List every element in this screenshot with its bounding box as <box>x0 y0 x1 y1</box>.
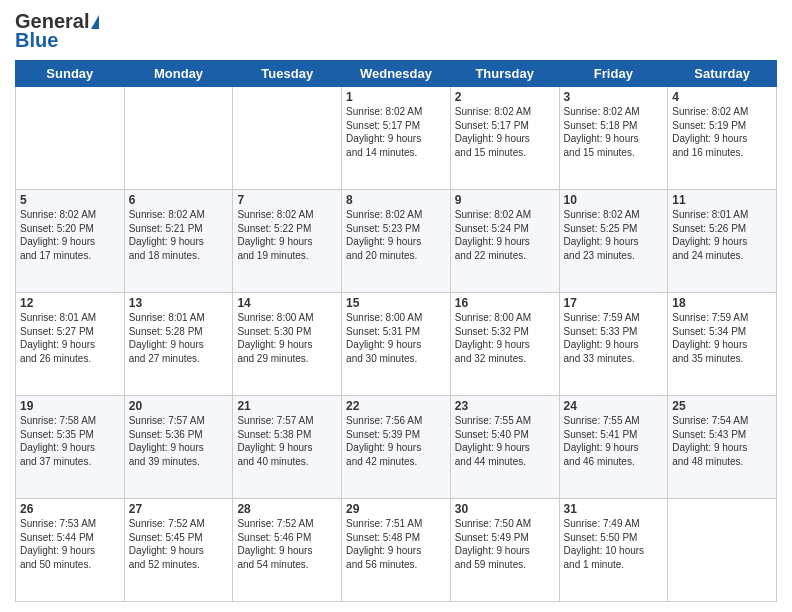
calendar-cell: 11Sunrise: 8:01 AM Sunset: 5:26 PM Dayli… <box>668 190 777 293</box>
day-info: Sunrise: 8:02 AM Sunset: 5:24 PM Dayligh… <box>455 208 555 262</box>
day-header-saturday: Saturday <box>668 61 777 87</box>
day-number: 9 <box>455 193 555 207</box>
calendar-week-3: 12Sunrise: 8:01 AM Sunset: 5:27 PM Dayli… <box>16 293 777 396</box>
calendar-cell <box>233 87 342 190</box>
day-info: Sunrise: 8:02 AM Sunset: 5:18 PM Dayligh… <box>564 105 664 159</box>
calendar-week-5: 26Sunrise: 7:53 AM Sunset: 5:44 PM Dayli… <box>16 499 777 602</box>
day-number: 2 <box>455 90 555 104</box>
day-number: 31 <box>564 502 664 516</box>
calendar-cell: 12Sunrise: 8:01 AM Sunset: 5:27 PM Dayli… <box>16 293 125 396</box>
day-number: 3 <box>564 90 664 104</box>
day-number: 14 <box>237 296 337 310</box>
calendar-cell: 19Sunrise: 7:58 AM Sunset: 5:35 PM Dayli… <box>16 396 125 499</box>
calendar-cell: 16Sunrise: 8:00 AM Sunset: 5:32 PM Dayli… <box>450 293 559 396</box>
calendar-cell: 14Sunrise: 8:00 AM Sunset: 5:30 PM Dayli… <box>233 293 342 396</box>
logo-blue: Blue <box>15 29 58 52</box>
day-info: Sunrise: 7:52 AM Sunset: 5:46 PM Dayligh… <box>237 517 337 571</box>
day-number: 27 <box>129 502 229 516</box>
day-number: 17 <box>564 296 664 310</box>
calendar-cell: 5Sunrise: 8:02 AM Sunset: 5:20 PM Daylig… <box>16 190 125 293</box>
day-number: 10 <box>564 193 664 207</box>
day-header-thursday: Thursday <box>450 61 559 87</box>
calendar-cell: 30Sunrise: 7:50 AM Sunset: 5:49 PM Dayli… <box>450 499 559 602</box>
calendar-cell: 13Sunrise: 8:01 AM Sunset: 5:28 PM Dayli… <box>124 293 233 396</box>
day-number: 1 <box>346 90 446 104</box>
day-info: Sunrise: 7:52 AM Sunset: 5:45 PM Dayligh… <box>129 517 229 571</box>
day-number: 12 <box>20 296 120 310</box>
day-info: Sunrise: 8:01 AM Sunset: 5:26 PM Dayligh… <box>672 208 772 262</box>
day-info: Sunrise: 7:56 AM Sunset: 5:39 PM Dayligh… <box>346 414 446 468</box>
day-number: 28 <box>237 502 337 516</box>
day-info: Sunrise: 7:50 AM Sunset: 5:49 PM Dayligh… <box>455 517 555 571</box>
day-header-tuesday: Tuesday <box>233 61 342 87</box>
day-info: Sunrise: 7:57 AM Sunset: 5:36 PM Dayligh… <box>129 414 229 468</box>
header: General Blue <box>15 10 777 52</box>
day-number: 22 <box>346 399 446 413</box>
day-number: 15 <box>346 296 446 310</box>
calendar-cell: 8Sunrise: 8:02 AM Sunset: 5:23 PM Daylig… <box>342 190 451 293</box>
day-info: Sunrise: 7:58 AM Sunset: 5:35 PM Dayligh… <box>20 414 120 468</box>
calendar-cell: 4Sunrise: 8:02 AM Sunset: 5:19 PM Daylig… <box>668 87 777 190</box>
calendar-cell: 26Sunrise: 7:53 AM Sunset: 5:44 PM Dayli… <box>16 499 125 602</box>
day-number: 21 <box>237 399 337 413</box>
calendar-cell: 21Sunrise: 7:57 AM Sunset: 5:38 PM Dayli… <box>233 396 342 499</box>
day-number: 5 <box>20 193 120 207</box>
day-number: 8 <box>346 193 446 207</box>
day-info: Sunrise: 8:00 AM Sunset: 5:32 PM Dayligh… <box>455 311 555 365</box>
calendar-cell: 9Sunrise: 8:02 AM Sunset: 5:24 PM Daylig… <box>450 190 559 293</box>
calendar-cell: 6Sunrise: 8:02 AM Sunset: 5:21 PM Daylig… <box>124 190 233 293</box>
calendar-week-1: 1Sunrise: 8:02 AM Sunset: 5:17 PM Daylig… <box>16 87 777 190</box>
calendar: SundayMondayTuesdayWednesdayThursdayFrid… <box>15 60 777 602</box>
day-info: Sunrise: 8:02 AM Sunset: 5:22 PM Dayligh… <box>237 208 337 262</box>
day-info: Sunrise: 8:02 AM Sunset: 5:21 PM Dayligh… <box>129 208 229 262</box>
calendar-cell: 2Sunrise: 8:02 AM Sunset: 5:17 PM Daylig… <box>450 87 559 190</box>
calendar-cell: 25Sunrise: 7:54 AM Sunset: 5:43 PM Dayli… <box>668 396 777 499</box>
day-number: 26 <box>20 502 120 516</box>
day-number: 7 <box>237 193 337 207</box>
calendar-week-2: 5Sunrise: 8:02 AM Sunset: 5:20 PM Daylig… <box>16 190 777 293</box>
day-header-sunday: Sunday <box>16 61 125 87</box>
calendar-cell: 23Sunrise: 7:55 AM Sunset: 5:40 PM Dayli… <box>450 396 559 499</box>
calendar-cell: 24Sunrise: 7:55 AM Sunset: 5:41 PM Dayli… <box>559 396 668 499</box>
calendar-cell: 7Sunrise: 8:02 AM Sunset: 5:22 PM Daylig… <box>233 190 342 293</box>
day-info: Sunrise: 8:01 AM Sunset: 5:28 PM Dayligh… <box>129 311 229 365</box>
day-info: Sunrise: 8:02 AM Sunset: 5:23 PM Dayligh… <box>346 208 446 262</box>
day-info: Sunrise: 7:51 AM Sunset: 5:48 PM Dayligh… <box>346 517 446 571</box>
calendar-cell <box>668 499 777 602</box>
calendar-cell: 15Sunrise: 8:00 AM Sunset: 5:31 PM Dayli… <box>342 293 451 396</box>
day-number: 11 <box>672 193 772 207</box>
logo: General Blue <box>15 10 99 52</box>
day-info: Sunrise: 8:02 AM Sunset: 5:19 PM Dayligh… <box>672 105 772 159</box>
day-header-monday: Monday <box>124 61 233 87</box>
logo-triangle-icon <box>91 15 99 29</box>
day-info: Sunrise: 8:00 AM Sunset: 5:30 PM Dayligh… <box>237 311 337 365</box>
day-info: Sunrise: 8:01 AM Sunset: 5:27 PM Dayligh… <box>20 311 120 365</box>
day-number: 25 <box>672 399 772 413</box>
day-info: Sunrise: 8:00 AM Sunset: 5:31 PM Dayligh… <box>346 311 446 365</box>
calendar-header-row: SundayMondayTuesdayWednesdayThursdayFrid… <box>16 61 777 87</box>
calendar-cell: 1Sunrise: 8:02 AM Sunset: 5:17 PM Daylig… <box>342 87 451 190</box>
calendar-cell: 31Sunrise: 7:49 AM Sunset: 5:50 PM Dayli… <box>559 499 668 602</box>
day-header-friday: Friday <box>559 61 668 87</box>
day-number: 13 <box>129 296 229 310</box>
calendar-cell: 18Sunrise: 7:59 AM Sunset: 5:34 PM Dayli… <box>668 293 777 396</box>
day-number: 23 <box>455 399 555 413</box>
day-info: Sunrise: 7:59 AM Sunset: 5:34 PM Dayligh… <box>672 311 772 365</box>
day-info: Sunrise: 8:02 AM Sunset: 5:17 PM Dayligh… <box>455 105 555 159</box>
day-number: 4 <box>672 90 772 104</box>
calendar-cell <box>16 87 125 190</box>
day-number: 16 <box>455 296 555 310</box>
day-info: Sunrise: 7:59 AM Sunset: 5:33 PM Dayligh… <box>564 311 664 365</box>
day-info: Sunrise: 7:54 AM Sunset: 5:43 PM Dayligh… <box>672 414 772 468</box>
calendar-cell: 10Sunrise: 8:02 AM Sunset: 5:25 PM Dayli… <box>559 190 668 293</box>
calendar-cell: 22Sunrise: 7:56 AM Sunset: 5:39 PM Dayli… <box>342 396 451 499</box>
day-info: Sunrise: 7:57 AM Sunset: 5:38 PM Dayligh… <box>237 414 337 468</box>
day-number: 18 <box>672 296 772 310</box>
page: General Blue SundayMondayTuesdayWednesda… <box>0 0 792 612</box>
day-number: 24 <box>564 399 664 413</box>
day-info: Sunrise: 7:49 AM Sunset: 5:50 PM Dayligh… <box>564 517 664 571</box>
day-number: 29 <box>346 502 446 516</box>
day-number: 20 <box>129 399 229 413</box>
calendar-cell: 20Sunrise: 7:57 AM Sunset: 5:36 PM Dayli… <box>124 396 233 499</box>
calendar-cell <box>124 87 233 190</box>
